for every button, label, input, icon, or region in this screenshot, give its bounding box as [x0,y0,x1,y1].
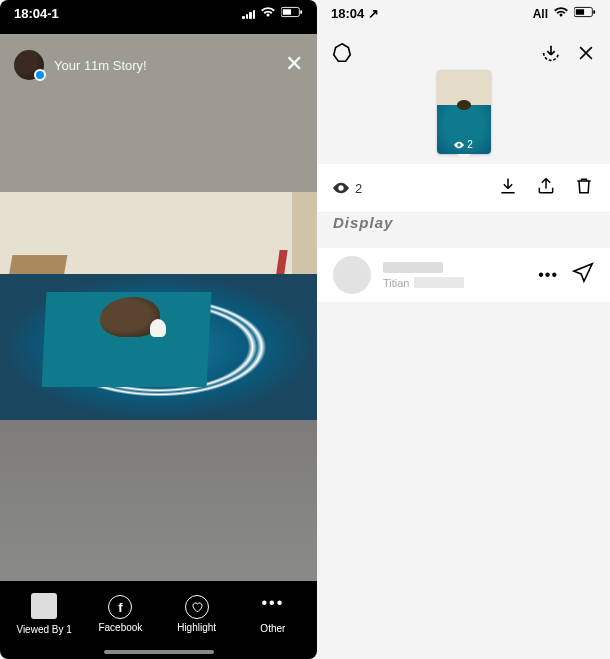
viewers-panel: 18:04 ↗ All 2 [317,0,610,659]
status-bar: 18:04-1 [0,6,317,21]
wifi-icon [260,6,276,21]
svg-rect-5 [576,9,584,15]
viewer-avatar [333,256,371,294]
status-icons [242,6,303,21]
svg-rect-4 [593,10,595,14]
send-icon[interactable] [572,262,594,288]
facebook-button[interactable]: f Facebook [82,595,158,633]
delete-icon[interactable] [574,176,594,200]
viewer-name-redacted [383,262,443,273]
viewer-subtitle: Titian [383,277,410,289]
more-icon: ••• [261,594,284,612]
viewer-subtitle-redacted [414,277,464,288]
status-time: 18:04 ↗ [331,6,379,21]
close-icon[interactable]: ✕ [285,51,303,77]
svg-rect-1 [300,10,302,14]
status-time: 18:04-1 [14,6,59,21]
story-label: Your 11m Story! [54,58,285,73]
battery-icon [281,6,303,21]
story-header: Your 11m Story! ✕ [0,42,317,80]
settings-icon[interactable] [331,42,353,64]
carrier-label: All [533,7,548,21]
highlight-button[interactable]: Highlight [159,595,235,633]
user-avatar[interactable] [14,50,44,80]
viewers-header [317,42,610,64]
close-icon[interactable] [576,43,596,63]
viewer-row[interactable]: Titian ••• [317,248,610,302]
verified-badge [34,69,46,81]
story-actions-bar: Viewed By 1 f Facebook Highlight ••• Oth… [0,585,317,643]
action-icons [498,176,594,200]
share-icon[interactable] [536,176,556,200]
story-bg-bottom [0,420,317,581]
viewer-thumb-icon [31,593,57,619]
signal-icon [242,8,255,19]
wifi-icon [553,6,569,21]
status-bar: 18:04 ↗ All [317,6,610,21]
view-count: 2 [333,181,362,196]
section-label: Display [333,214,393,231]
save-icon[interactable] [540,42,562,64]
stats-row: 2 [317,164,610,213]
thumb-pointer [457,154,471,161]
highlight-icon [185,595,209,619]
home-indicator[interactable] [104,650,214,654]
battery-icon [574,6,596,21]
facebook-icon: f [108,595,132,619]
viewed-by-button[interactable]: Viewed By 1 [6,593,82,635]
story-thumbnail[interactable]: 2 [437,70,491,154]
story-panel: 18:04-1 Your 11m Story! ✕ Viewed By 1 f … [0,0,317,659]
download-icon[interactable] [498,176,518,200]
story-image[interactable] [0,192,317,420]
viewer-more-icon[interactable]: ••• [538,266,558,284]
svg-marker-6 [334,44,351,61]
svg-rect-2 [283,9,291,15]
thumb-view-count: 2 [437,139,491,150]
viewer-actions: ••• [538,262,594,288]
viewer-info: Titian [383,262,538,289]
more-button[interactable]: ••• Other [235,594,311,634]
status-icons: All [533,6,596,21]
